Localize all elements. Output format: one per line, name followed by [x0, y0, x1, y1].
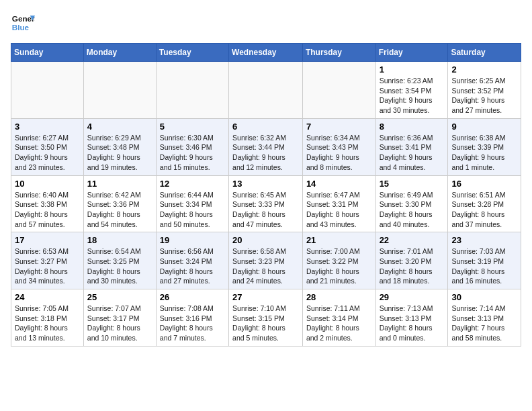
- day-detail: Sunrise: 6:36 AM Sunset: 3:41 PM Dayligh…: [380, 133, 445, 173]
- day-detail: Sunrise: 7:07 AM Sunset: 3:17 PM Dayligh…: [87, 304, 152, 343]
- calendar-cell: 8Sunrise: 6:36 AM Sunset: 3:41 PM Daylig…: [375, 118, 448, 175]
- day-number: 2: [451, 64, 517, 75]
- day-number: 8: [380, 122, 445, 132]
- calendar-cell: 15Sunrise: 6:49 AM Sunset: 3:30 PM Dayli…: [375, 175, 448, 232]
- day-number: 10: [15, 179, 80, 189]
- calendar-cell: 7Sunrise: 6:34 AM Sunset: 3:43 PM Daylig…: [302, 118, 375, 175]
- calendar-cell: 1Sunrise: 6:23 AM Sunset: 3:54 PM Daylig…: [375, 62, 448, 119]
- calendar-cell: 30Sunrise: 7:14 AM Sunset: 3:13 PM Dayli…: [448, 289, 521, 347]
- day-detail: Sunrise: 6:32 AM Sunset: 3:44 PM Dayligh…: [232, 133, 299, 173]
- day-detail: Sunrise: 7:10 AM Sunset: 3:15 PM Dayligh…: [232, 304, 299, 343]
- day-detail: Sunrise: 7:01 AM Sunset: 3:20 PM Dayligh…: [380, 246, 445, 286]
- calendar-cell: 12Sunrise: 6:44 AM Sunset: 3:34 PM Dayli…: [156, 175, 228, 232]
- day-number: 21: [306, 235, 372, 245]
- day-detail: Sunrise: 6:29 AM Sunset: 3:48 PM Dayligh…: [87, 133, 152, 173]
- day-detail: Sunrise: 7:13 AM Sunset: 3:13 PM Dayligh…: [380, 304, 445, 343]
- day-detail: Sunrise: 6:38 AM Sunset: 3:39 PM Dayligh…: [451, 133, 517, 173]
- day-detail: Sunrise: 7:03 AM Sunset: 3:19 PM Dayligh…: [451, 246, 517, 286]
- calendar-cell: 14Sunrise: 6:47 AM Sunset: 3:31 PM Dayli…: [302, 175, 375, 232]
- calendar-cell: 26Sunrise: 7:08 AM Sunset: 3:16 PM Dayli…: [156, 289, 228, 347]
- calendar-cell: 2Sunrise: 6:25 AM Sunset: 3:52 PM Daylig…: [448, 62, 521, 119]
- day-detail: Sunrise: 6:49 AM Sunset: 3:30 PM Dayligh…: [380, 190, 445, 230]
- calendar-cell: 24Sunrise: 7:05 AM Sunset: 3:18 PM Dayli…: [11, 289, 84, 347]
- day-number: 14: [306, 179, 372, 189]
- weekday-header: Sunday: [11, 44, 84, 62]
- calendar-table: SundayMondayTuesdayWednesdayThursdayFrid…: [11, 43, 521, 347]
- day-number: 6: [232, 122, 299, 132]
- day-detail: Sunrise: 6:44 AM Sunset: 3:34 PM Dayligh…: [160, 190, 225, 230]
- calendar-cell: 18Sunrise: 6:54 AM Sunset: 3:25 PM Dayli…: [83, 232, 156, 289]
- day-number: 3: [15, 122, 80, 132]
- calendar-cell: 19Sunrise: 6:56 AM Sunset: 3:24 PM Dayli…: [156, 232, 228, 289]
- day-number: 28: [306, 292, 372, 302]
- day-number: 13: [232, 179, 299, 189]
- day-detail: Sunrise: 6:51 AM Sunset: 3:28 PM Dayligh…: [451, 190, 517, 230]
- calendar-cell: 21Sunrise: 7:00 AM Sunset: 3:22 PM Dayli…: [302, 232, 375, 289]
- calendar-cell: 16Sunrise: 6:51 AM Sunset: 3:28 PM Dayli…: [448, 175, 521, 232]
- day-number: 18: [87, 235, 152, 245]
- logo: General Blue: [11, 11, 35, 35]
- calendar-cell: 25Sunrise: 7:07 AM Sunset: 3:17 PM Dayli…: [83, 289, 156, 347]
- calendar-cell: 4Sunrise: 6:29 AM Sunset: 3:48 PM Daylig…: [83, 118, 156, 175]
- day-detail: Sunrise: 6:54 AM Sunset: 3:25 PM Dayligh…: [87, 246, 152, 286]
- calendar-cell: 13Sunrise: 6:45 AM Sunset: 3:33 PM Dayli…: [229, 175, 303, 232]
- calendar-cell: 29Sunrise: 7:13 AM Sunset: 3:13 PM Dayli…: [375, 289, 448, 347]
- calendar-cell: 17Sunrise: 6:53 AM Sunset: 3:27 PM Dayli…: [11, 232, 84, 289]
- day-detail: Sunrise: 7:08 AM Sunset: 3:16 PM Dayligh…: [160, 304, 225, 343]
- day-detail: Sunrise: 7:05 AM Sunset: 3:18 PM Dayligh…: [15, 304, 80, 343]
- day-number: 19: [160, 235, 225, 245]
- day-detail: Sunrise: 6:23 AM Sunset: 3:54 PM Dayligh…: [380, 76, 445, 116]
- day-number: 25: [87, 292, 152, 302]
- day-number: 17: [15, 235, 80, 245]
- calendar-cell: [302, 62, 375, 119]
- day-detail: Sunrise: 6:58 AM Sunset: 3:23 PM Dayligh…: [232, 246, 299, 286]
- calendar-cell: 9Sunrise: 6:38 AM Sunset: 3:39 PM Daylig…: [448, 118, 521, 175]
- day-number: 20: [232, 235, 299, 245]
- page-header: General Blue: [11, 11, 521, 35]
- day-detail: Sunrise: 6:47 AM Sunset: 3:31 PM Dayligh…: [306, 190, 372, 230]
- calendar-cell: [11, 62, 84, 119]
- weekday-header: Monday: [83, 44, 156, 62]
- day-number: 16: [451, 179, 517, 189]
- day-detail: Sunrise: 6:25 AM Sunset: 3:52 PM Dayligh…: [451, 76, 517, 116]
- day-number: 27: [232, 292, 299, 302]
- weekday-header: Tuesday: [156, 44, 228, 62]
- day-number: 24: [15, 292, 80, 302]
- day-detail: Sunrise: 7:00 AM Sunset: 3:22 PM Dayligh…: [306, 246, 372, 286]
- calendar-cell: 11Sunrise: 6:42 AM Sunset: 3:36 PM Dayli…: [83, 175, 156, 232]
- day-number: 15: [380, 179, 445, 189]
- calendar-cell: 22Sunrise: 7:01 AM Sunset: 3:20 PM Dayli…: [375, 232, 448, 289]
- calendar-cell: 6Sunrise: 6:32 AM Sunset: 3:44 PM Daylig…: [229, 118, 303, 175]
- weekday-header: Saturday: [448, 44, 521, 62]
- calendar-cell: 5Sunrise: 6:30 AM Sunset: 3:46 PM Daylig…: [156, 118, 228, 175]
- day-detail: Sunrise: 6:53 AM Sunset: 3:27 PM Dayligh…: [15, 246, 80, 286]
- calendar-cell: 10Sunrise: 6:40 AM Sunset: 3:38 PM Dayli…: [11, 175, 84, 232]
- weekday-header: Friday: [375, 44, 448, 62]
- day-detail: Sunrise: 6:27 AM Sunset: 3:50 PM Dayligh…: [15, 133, 80, 173]
- calendar-cell: [229, 62, 303, 119]
- day-detail: Sunrise: 7:11 AM Sunset: 3:14 PM Dayligh…: [306, 304, 372, 343]
- day-number: 23: [451, 235, 517, 245]
- day-detail: Sunrise: 6:45 AM Sunset: 3:33 PM Dayligh…: [232, 190, 299, 230]
- svg-text:General: General: [12, 14, 35, 23]
- day-detail: Sunrise: 6:34 AM Sunset: 3:43 PM Dayligh…: [306, 133, 372, 173]
- day-number: 26: [160, 292, 225, 302]
- day-detail: Sunrise: 6:30 AM Sunset: 3:46 PM Dayligh…: [160, 133, 225, 173]
- day-detail: Sunrise: 6:40 AM Sunset: 3:38 PM Dayligh…: [15, 190, 80, 230]
- day-detail: Sunrise: 6:56 AM Sunset: 3:24 PM Dayligh…: [160, 246, 225, 286]
- weekday-header: Wednesday: [229, 44, 303, 62]
- calendar-cell: 3Sunrise: 6:27 AM Sunset: 3:50 PM Daylig…: [11, 118, 84, 175]
- day-number: 30: [451, 292, 517, 302]
- calendar-cell: 23Sunrise: 7:03 AM Sunset: 3:19 PM Dayli…: [448, 232, 521, 289]
- calendar-cell: [83, 62, 156, 119]
- svg-text:Blue: Blue: [12, 23, 30, 32]
- day-number: 22: [380, 235, 445, 245]
- day-detail: Sunrise: 7:14 AM Sunset: 3:13 PM Dayligh…: [451, 304, 517, 343]
- calendar-cell: 20Sunrise: 6:58 AM Sunset: 3:23 PM Dayli…: [229, 232, 303, 289]
- calendar-cell: [156, 62, 228, 119]
- calendar-cell: 28Sunrise: 7:11 AM Sunset: 3:14 PM Dayli…: [302, 289, 375, 347]
- day-number: 1: [380, 64, 445, 75]
- day-number: 7: [306, 122, 372, 132]
- logo-icon: General Blue: [11, 11, 35, 35]
- day-number: 5: [160, 122, 225, 132]
